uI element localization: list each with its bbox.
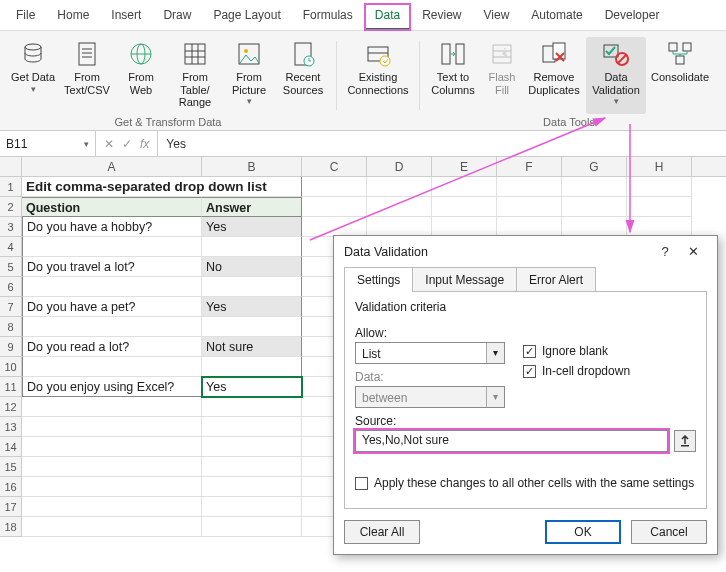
cell[interactable] (562, 197, 627, 217)
cell[interactable] (497, 197, 562, 217)
cell[interactable] (302, 217, 367, 237)
row-header[interactable]: 18 (0, 517, 22, 537)
cell[interactable] (497, 217, 562, 237)
row-header[interactable]: 6 (0, 277, 22, 297)
cell[interactable] (22, 477, 202, 497)
chevron-down-icon[interactable]: ▾ (486, 343, 504, 363)
row-header[interactable]: 10 (0, 357, 22, 377)
clear-all-button[interactable]: Clear All (344, 520, 420, 544)
cell[interactable]: Yes▼ (202, 377, 302, 397)
cell[interactable] (432, 177, 497, 197)
select-all-corner[interactable] (0, 157, 22, 176)
enter-icon[interactable]: ✓ (122, 137, 132, 151)
formula-input[interactable]: Yes (158, 137, 726, 151)
cell[interactable]: Edit comma-separated drop down list (22, 177, 302, 197)
cell[interactable]: Yes (202, 217, 302, 237)
column-header[interactable]: G (562, 157, 627, 176)
cell[interactable]: Answer (202, 197, 302, 217)
cell[interactable] (202, 317, 302, 337)
cell[interactable] (202, 397, 302, 417)
cell[interactable]: Do you enjoy using Excel? (22, 377, 202, 397)
row-header[interactable]: 4 (0, 237, 22, 257)
text-to-columns-button[interactable]: Text to Columns (428, 37, 478, 114)
column-header[interactable]: E (432, 157, 497, 176)
cell[interactable]: Question (22, 197, 202, 217)
cell[interactable] (22, 457, 202, 477)
row-header[interactable]: 15 (0, 457, 22, 477)
source-input[interactable]: Yes,No,Not sure (355, 430, 668, 452)
row-header[interactable]: 14 (0, 437, 22, 457)
tab-draw[interactable]: Draw (153, 4, 201, 30)
cell[interactable] (432, 197, 497, 217)
row-header[interactable]: 16 (0, 477, 22, 497)
cell[interactable] (302, 197, 367, 217)
collapse-dialog-button[interactable] (674, 430, 696, 452)
cancel-button[interactable]: Cancel (631, 520, 707, 544)
cell[interactable] (432, 217, 497, 237)
dialog-titlebar[interactable]: Data Validation ? ✕ (334, 236, 717, 267)
cell[interactable] (202, 457, 302, 477)
cell[interactable]: Yes (202, 297, 302, 317)
cell[interactable] (367, 177, 432, 197)
cell[interactable] (22, 237, 202, 257)
tab-data[interactable]: Data (365, 4, 410, 30)
row-header[interactable]: 1 (0, 177, 22, 197)
cell[interactable]: No (202, 257, 302, 277)
ok-button[interactable]: OK (545, 520, 621, 544)
cell[interactable] (627, 197, 692, 217)
cell[interactable] (202, 357, 302, 377)
column-header[interactable]: D (367, 157, 432, 176)
existing-connections-button[interactable]: Existing Connections (345, 37, 411, 114)
from-picture-button[interactable]: From Picture ▾ (224, 37, 274, 114)
cell[interactable] (22, 437, 202, 457)
column-header[interactable]: F (497, 157, 562, 176)
cell[interactable] (202, 237, 302, 257)
ignore-blank-checkbox[interactable]: ✓ Ignore blank (523, 344, 696, 358)
cancel-icon[interactable]: ✕ (104, 137, 114, 151)
cell[interactable] (22, 317, 202, 337)
tab-developer[interactable]: Developer (595, 4, 670, 30)
from-table-range-button[interactable]: From Table/ Range (170, 37, 220, 114)
cell[interactable] (497, 177, 562, 197)
cell[interactable] (202, 277, 302, 297)
row-header[interactable]: 17 (0, 497, 22, 517)
column-header[interactable]: C (302, 157, 367, 176)
dialog-tab-settings[interactable]: Settings (344, 267, 413, 292)
row-header[interactable]: 11 (0, 377, 22, 397)
cell[interactable]: Do you have a pet? (22, 297, 202, 317)
cell[interactable] (202, 437, 302, 457)
tab-page-layout[interactable]: Page Layout (203, 4, 290, 30)
cell[interactable] (22, 277, 202, 297)
row-header[interactable]: 3 (0, 217, 22, 237)
cell[interactable] (202, 497, 302, 517)
cell[interactable]: Do you read a lot? (22, 337, 202, 357)
cell[interactable] (202, 417, 302, 437)
data-validation-button[interactable]: Data Validation ▾ (586, 37, 646, 114)
cell[interactable] (562, 217, 627, 237)
from-web-button[interactable]: From Web (116, 37, 166, 114)
fx-icon[interactable]: fx (140, 137, 149, 151)
tab-view[interactable]: View (474, 4, 520, 30)
row-header[interactable]: 12 (0, 397, 22, 417)
tab-automate[interactable]: Automate (521, 4, 592, 30)
in-cell-dropdown-checkbox[interactable]: ✓ In-cell dropdown (523, 364, 696, 378)
recent-sources-button[interactable]: Recent Sources (278, 37, 328, 114)
column-header[interactable]: B (202, 157, 302, 176)
allow-combo[interactable]: List ▾ (355, 342, 505, 364)
from-text-csv-button[interactable]: From Text/CSV (62, 37, 112, 114)
name-box[interactable]: B11 ▾ (0, 131, 96, 156)
dialog-tab-error-alert[interactable]: Error Alert (516, 267, 596, 292)
cell[interactable] (562, 177, 627, 197)
remove-duplicates-button[interactable]: Remove Duplicates (526, 37, 582, 114)
apply-all-checkbox[interactable]: Apply these changes to all other cells w… (355, 476, 696, 490)
row-header[interactable]: 2 (0, 197, 22, 217)
consolidate-button[interactable]: Consolidate (650, 37, 710, 114)
cell[interactable]: Do you have a hobby? (22, 217, 202, 237)
row-header[interactable]: 8 (0, 317, 22, 337)
cell[interactable] (22, 397, 202, 417)
cell[interactable] (22, 497, 202, 517)
close-button[interactable]: ✕ (679, 244, 707, 259)
help-button[interactable]: ? (651, 244, 679, 259)
dialog-tab-input-message[interactable]: Input Message (412, 267, 517, 292)
cell[interactable] (367, 197, 432, 217)
